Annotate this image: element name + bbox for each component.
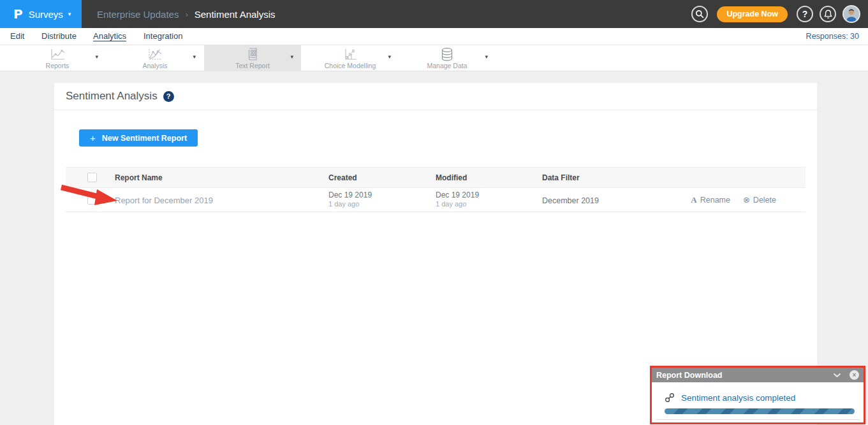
close-icon: × — [853, 371, 857, 378]
panel-divider — [656, 419, 860, 420]
data-filter-value: December 2019 — [542, 196, 599, 205]
link-icon — [665, 393, 675, 403]
chevron-down-icon[interactable]: ▾ — [290, 54, 293, 60]
text-report-icon — [204, 47, 301, 62]
collapse-panel-button[interactable] — [833, 373, 841, 378]
brand-logo-icon: P — [13, 6, 23, 22]
created-relative: 1 day ago — [328, 200, 436, 208]
download-link-row[interactable]: Sentiment analysis completed — [665, 393, 795, 403]
toolbar-item-label: Analysis — [107, 62, 203, 69]
download-link-label: Sentiment analysis completed — [681, 393, 795, 403]
question-mark-icon: ? — [802, 9, 808, 19]
survey-nav-bar: Edit Distribute Analytics Integration Re… — [0, 28, 868, 45]
rename-icon: A — [691, 195, 696, 205]
nav-item-distribute[interactable]: Distribute — [41, 28, 77, 45]
toolbar-item-text-report[interactable]: Text Report ▾ — [204, 45, 301, 71]
delete-button[interactable]: ⊗ Delete — [743, 195, 776, 205]
toolbar-item-choice-modelling[interactable]: Choice Modelling ▾ — [302, 45, 399, 71]
rename-button[interactable]: A Rename — [691, 195, 730, 205]
search-icon — [695, 9, 705, 19]
column-header-created: Created — [328, 173, 436, 182]
responses-count: Responses: 30 — [806, 28, 859, 45]
column-header-data-filter: Data Filter — [542, 173, 670, 182]
report-download-header: Report Download × — [652, 368, 864, 382]
row-actions: A Rename ⊗ Delete — [691, 195, 776, 205]
table-header-row: Report Name Created Modified Data Filter — [66, 167, 805, 188]
table-row: Report for December 2019 Dec 19 2019 1 d… — [66, 188, 805, 212]
help-icon[interactable]: ? — [163, 91, 174, 102]
analysis-chart-icon — [107, 47, 203, 62]
choice-modelling-icon — [302, 47, 399, 62]
user-avatar[interactable] — [842, 5, 860, 23]
rename-label: Rename — [700, 196, 730, 205]
chevron-down-icon[interactable]: ▾ — [193, 54, 196, 60]
row-checkbox[interactable] — [87, 195, 97, 205]
nav-item-analytics[interactable]: Analytics — [93, 28, 126, 45]
toolbar-item-analysis[interactable]: Analysis ▾ — [107, 45, 203, 71]
upgrade-now-button[interactable]: Upgrade Now — [717, 6, 788, 22]
toolbar-item-manage-data[interactable]: Manage Data ▾ — [399, 45, 496, 71]
database-icon — [399, 47, 496, 62]
toolbar-item-reports[interactable]: Reports ▾ — [9, 45, 106, 71]
toolbar-item-label: Text Report — [204, 62, 301, 69]
notifications-button[interactable] — [820, 6, 836, 22]
delete-label: Delete — [753, 196, 776, 205]
product-name: Surveys — [29, 9, 63, 20]
new-sentiment-report-button[interactable]: + New Sentiment Report — [79, 129, 198, 147]
report-download-title: Report Download — [656, 371, 722, 380]
chevron-down-icon: ▾ — [68, 11, 71, 17]
topbar-actions: Upgrade Now ? — [691, 0, 860, 28]
column-header-modified: Modified — [436, 173, 542, 182]
top-bar: P Surveys ▾ Enterprise Updates › Sentime… — [0, 0, 868, 28]
close-panel-button[interactable]: × — [850, 370, 859, 380]
toolbar-item-label: Reports — [9, 62, 106, 69]
created-date: Dec 19 2019 — [328, 191, 436, 199]
modified-date: Dec 19 2019 — [436, 191, 542, 199]
breadcrumb-separator-icon: › — [185, 10, 188, 19]
nav-item-integration[interactable]: Integration — [143, 28, 182, 45]
select-all-checkbox[interactable] — [87, 173, 97, 182]
breadcrumb-parent[interactable]: Enterprise Updates — [97, 9, 179, 20]
page-title: Sentiment Analysis — [66, 90, 158, 103]
chevron-down-icon[interactable]: ▾ — [388, 54, 391, 60]
download-progress-bar — [665, 408, 855, 414]
report-name-link[interactable]: Report for December 2019 — [115, 196, 213, 205]
surveys-app-switcher[interactable]: P Surveys ▾ — [0, 0, 82, 28]
bell-icon — [823, 9, 833, 19]
reports-table: Report Name Created Modified Data Filter… — [66, 167, 805, 212]
toolbar-item-label: Manage Data — [399, 62, 496, 69]
nav-item-edit[interactable]: Edit — [10, 28, 24, 45]
chevron-down-icon[interactable]: ▾ — [95, 54, 98, 60]
help-button[interactable]: ? — [797, 6, 813, 22]
toolbar-item-label: Choice Modelling — [302, 62, 399, 69]
avatar-image — [844, 6, 859, 22]
new-report-button-label: New Sentiment Report — [102, 134, 187, 143]
breadcrumb: Enterprise Updates › Sentiment Analysis — [97, 0, 275, 28]
page-title-row: Sentiment Analysis ? — [54, 83, 817, 110]
delete-circle-icon: ⊗ — [743, 195, 750, 205]
plus-icon: + — [90, 133, 96, 143]
modified-relative: 1 day ago — [436, 200, 542, 208]
report-download-panel: Report Download × Sentiment analysis com… — [650, 366, 865, 424]
chevron-down-icon[interactable]: ▾ — [485, 54, 488, 60]
column-header-report-name: Report Name — [115, 173, 328, 182]
chevron-down-icon — [833, 373, 841, 378]
analytics-toolbar: Reports ▾ Analysis ▾ Text Report ▾ — [0, 45, 868, 71]
line-chart-icon — [9, 47, 106, 62]
search-button[interactable] — [691, 6, 708, 22]
breadcrumb-current: Sentiment Analysis — [195, 9, 276, 20]
